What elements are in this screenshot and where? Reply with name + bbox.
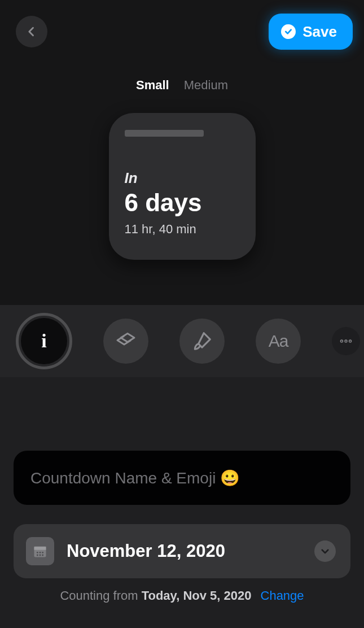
tab-layers[interactable] xyxy=(103,319,148,364)
size-tabs: Small Medium xyxy=(0,78,364,93)
calendar-icon xyxy=(26,537,54,565)
countdown-name-input[interactable]: Countdown Name & Emoji 😀 xyxy=(14,451,350,505)
ellipsis-icon xyxy=(339,334,353,348)
target-date-row[interactable]: November 12, 2020 xyxy=(14,524,350,578)
save-button[interactable]: Save xyxy=(269,14,353,50)
svg-point-5 xyxy=(37,552,38,553)
layers-icon xyxy=(116,331,136,351)
font-icon: Aa xyxy=(269,332,288,351)
svg-point-8 xyxy=(37,555,38,556)
svg-point-2 xyxy=(349,340,351,342)
editor-toolbar: i Aa xyxy=(0,305,364,377)
chevron-left-icon xyxy=(26,24,37,40)
paintbrush-icon xyxy=(191,330,213,352)
chevron-down-icon xyxy=(320,546,330,556)
checkmark-icon xyxy=(281,24,296,39)
tab-small[interactable]: Small xyxy=(130,78,175,92)
svg-rect-4 xyxy=(34,547,46,550)
widget-preview: In 6 days 11 hr, 40 min xyxy=(109,113,256,260)
widget-main-count: 6 days xyxy=(125,189,240,216)
svg-point-0 xyxy=(340,340,343,342)
name-input-placeholder: Countdown Name & Emoji 😀 xyxy=(30,469,240,487)
tab-font[interactable]: Aa xyxy=(256,319,301,364)
expand-date-button[interactable] xyxy=(314,540,336,562)
svg-point-6 xyxy=(40,552,41,553)
svg-point-9 xyxy=(40,555,41,556)
counting-from-date: Today, Nov 5, 2020 xyxy=(142,588,252,603)
svg-point-10 xyxy=(42,555,43,556)
target-date-value: November 12, 2020 xyxy=(67,541,302,561)
widget-prefix: In xyxy=(125,169,240,187)
counting-from-line: Counting from Today, Nov 5, 2020Change xyxy=(14,588,350,603)
svg-point-1 xyxy=(345,340,347,342)
change-start-date-link[interactable]: Change xyxy=(261,588,304,603)
tab-info[interactable]: i xyxy=(16,313,72,369)
svg-point-7 xyxy=(42,552,43,553)
widget-sub-count: 11 hr, 40 min xyxy=(125,222,240,237)
tab-style[interactable] xyxy=(179,319,225,364)
tab-more[interactable] xyxy=(332,327,360,355)
save-button-label: Save xyxy=(302,23,337,41)
counting-prefix: Counting from xyxy=(60,588,141,603)
back-button[interactable] xyxy=(16,16,47,47)
tab-medium[interactable]: Medium xyxy=(178,78,234,92)
widget-title-placeholder xyxy=(125,130,204,137)
